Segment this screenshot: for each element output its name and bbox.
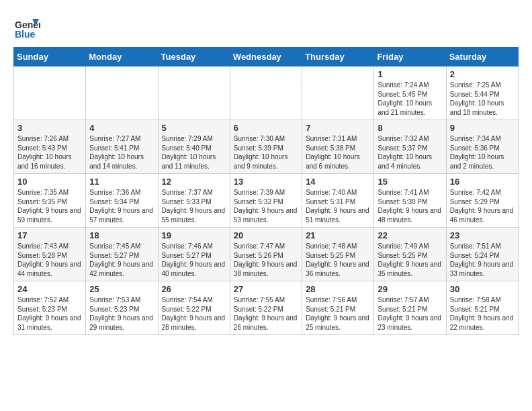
- day-detail: Sunrise: 7:51 AM Sunset: 5:24 PM Dayligh…: [450, 242, 515, 278]
- calendar-cell: 20Sunrise: 7:47 AM Sunset: 5:26 PM Dayli…: [230, 228, 302, 281]
- day-detail: Sunrise: 7:41 AM Sunset: 5:30 PM Dayligh…: [378, 188, 442, 224]
- weekday-header-tuesday: Tuesday: [158, 48, 230, 66]
- weekday-header-friday: Friday: [374, 48, 446, 66]
- day-number: 13: [234, 177, 298, 187]
- day-detail: Sunrise: 7:58 AM Sunset: 5:21 PM Dayligh…: [450, 295, 515, 332]
- day-detail: Sunrise: 7:48 AM Sunset: 5:25 PM Dayligh…: [306, 242, 370, 278]
- day-number: 19: [162, 230, 226, 240]
- svg-text:Blue: Blue: [15, 29, 36, 40]
- calendar-cell: 4Sunrise: 7:27 AM Sunset: 5:41 PM Daylig…: [86, 120, 158, 174]
- calendar-cell: 13Sunrise: 7:39 AM Sunset: 5:32 PM Dayli…: [230, 174, 302, 228]
- calendar-cell: [230, 66, 302, 120]
- day-number: 11: [89, 177, 154, 187]
- logo-icon: General Blue: [13, 13, 40, 40]
- day-detail: Sunrise: 7:54 AM Sunset: 5:22 PM Dayligh…: [162, 295, 226, 332]
- day-number: 10: [17, 177, 82, 187]
- calendar-cell: [86, 66, 158, 120]
- day-detail: Sunrise: 7:43 AM Sunset: 5:28 PM Dayligh…: [17, 242, 82, 278]
- calendar-cell: 5Sunrise: 7:29 AM Sunset: 5:40 PM Daylig…: [158, 120, 230, 174]
- day-detail: Sunrise: 7:47 AM Sunset: 5:26 PM Dayligh…: [234, 242, 298, 278]
- calendar-week-row: 10Sunrise: 7:35 AM Sunset: 5:35 PM Dayli…: [14, 174, 519, 228]
- calendar-cell: 11Sunrise: 7:36 AM Sunset: 5:34 PM Dayli…: [86, 174, 158, 228]
- calendar-cell: 3Sunrise: 7:26 AM Sunset: 5:43 PM Daylig…: [14, 120, 86, 174]
- logo: General Blue: [13, 13, 43, 40]
- day-detail: Sunrise: 7:29 AM Sunset: 5:40 PM Dayligh…: [162, 134, 226, 171]
- weekday-header-monday: Monday: [86, 48, 158, 66]
- calendar-cell: 9Sunrise: 7:34 AM Sunset: 5:36 PM Daylig…: [446, 120, 518, 174]
- calendar-cell: 7Sunrise: 7:31 AM Sunset: 5:38 PM Daylig…: [302, 120, 374, 174]
- calendar-cell: 1Sunrise: 7:24 AM Sunset: 5:45 PM Daylig…: [374, 66, 446, 120]
- calendar-week-row: 3Sunrise: 7:26 AM Sunset: 5:43 PM Daylig…: [14, 120, 519, 174]
- calendar-cell: 29Sunrise: 7:57 AM Sunset: 5:21 PM Dayli…: [374, 281, 446, 335]
- day-number: 12: [162, 177, 226, 187]
- day-detail: Sunrise: 7:53 AM Sunset: 5:23 PM Dayligh…: [89, 295, 154, 332]
- calendar-cell: 8Sunrise: 7:32 AM Sunset: 5:37 PM Daylig…: [374, 120, 446, 174]
- calendar-cell: 25Sunrise: 7:53 AM Sunset: 5:23 PM Dayli…: [86, 281, 158, 335]
- day-number: 28: [306, 284, 370, 294]
- calendar-cell: 22Sunrise: 7:49 AM Sunset: 5:25 PM Dayli…: [374, 228, 446, 281]
- day-detail: Sunrise: 7:25 AM Sunset: 5:44 PM Dayligh…: [450, 81, 515, 117]
- calendar-cell: 14Sunrise: 7:40 AM Sunset: 5:31 PM Dayli…: [302, 174, 374, 228]
- day-number: 2: [450, 69, 515, 79]
- day-detail: Sunrise: 7:49 AM Sunset: 5:25 PM Dayligh…: [378, 242, 442, 278]
- calendar-header-row: SundayMondayTuesdayWednesdayThursdayFrid…: [14, 48, 519, 66]
- day-number: 15: [378, 177, 442, 187]
- day-detail: Sunrise: 7:45 AM Sunset: 5:27 PM Dayligh…: [89, 242, 154, 278]
- calendar-cell: 30Sunrise: 7:58 AM Sunset: 5:21 PM Dayli…: [446, 281, 518, 335]
- day-number: 4: [89, 123, 154, 133]
- day-number: 22: [378, 230, 442, 240]
- calendar-cell: 18Sunrise: 7:45 AM Sunset: 5:27 PM Dayli…: [86, 228, 158, 281]
- day-detail: Sunrise: 7:52 AM Sunset: 5:23 PM Dayligh…: [17, 295, 82, 332]
- calendar-cell: 10Sunrise: 7:35 AM Sunset: 5:35 PM Dayli…: [14, 174, 86, 228]
- calendar-cell: [302, 66, 374, 120]
- day-number: 25: [89, 284, 154, 294]
- day-detail: Sunrise: 7:31 AM Sunset: 5:38 PM Dayligh…: [306, 134, 370, 171]
- day-number: 23: [450, 230, 515, 240]
- day-detail: Sunrise: 7:30 AM Sunset: 5:39 PM Dayligh…: [234, 134, 298, 171]
- weekday-header-wednesday: Wednesday: [230, 48, 302, 66]
- weekday-header-thursday: Thursday: [302, 48, 374, 66]
- calendar-cell: 12Sunrise: 7:37 AM Sunset: 5:33 PM Dayli…: [158, 174, 230, 228]
- day-number: 17: [17, 230, 82, 240]
- day-number: 1: [378, 69, 442, 79]
- day-detail: Sunrise: 7:46 AM Sunset: 5:27 PM Dayligh…: [162, 242, 226, 278]
- day-detail: Sunrise: 7:39 AM Sunset: 5:32 PM Dayligh…: [234, 188, 298, 224]
- day-detail: Sunrise: 7:55 AM Sunset: 5:22 PM Dayligh…: [234, 295, 298, 332]
- day-number: 26: [162, 284, 226, 294]
- day-detail: Sunrise: 7:32 AM Sunset: 5:37 PM Dayligh…: [378, 134, 442, 171]
- day-detail: Sunrise: 7:24 AM Sunset: 5:45 PM Dayligh…: [378, 81, 442, 117]
- weekday-header-saturday: Saturday: [446, 48, 518, 66]
- calendar-week-row: 1Sunrise: 7:24 AM Sunset: 5:45 PM Daylig…: [14, 66, 519, 120]
- calendar-cell: 21Sunrise: 7:48 AM Sunset: 5:25 PM Dayli…: [302, 228, 374, 281]
- calendar-cell: [158, 66, 230, 120]
- calendar-cell: 24Sunrise: 7:52 AM Sunset: 5:23 PM Dayli…: [14, 281, 86, 335]
- day-detail: Sunrise: 7:56 AM Sunset: 5:21 PM Dayligh…: [306, 295, 370, 332]
- calendar-week-row: 24Sunrise: 7:52 AM Sunset: 5:23 PM Dayli…: [14, 281, 519, 335]
- day-number: 21: [306, 230, 370, 240]
- day-detail: Sunrise: 7:42 AM Sunset: 5:29 PM Dayligh…: [450, 188, 515, 224]
- calendar-cell: 2Sunrise: 7:25 AM Sunset: 5:44 PM Daylig…: [446, 66, 518, 120]
- calendar-week-row: 17Sunrise: 7:43 AM Sunset: 5:28 PM Dayli…: [14, 228, 519, 281]
- calendar-cell: 23Sunrise: 7:51 AM Sunset: 5:24 PM Dayli…: [446, 228, 518, 281]
- day-number: 29: [378, 284, 442, 294]
- day-detail: Sunrise: 7:26 AM Sunset: 5:43 PM Dayligh…: [17, 134, 82, 171]
- calendar-table: SundayMondayTuesdayWednesdayThursdayFrid…: [13, 47, 519, 335]
- day-number: 27: [234, 284, 298, 294]
- day-number: 14: [306, 177, 370, 187]
- day-detail: Sunrise: 7:40 AM Sunset: 5:31 PM Dayligh…: [306, 188, 370, 224]
- day-detail: Sunrise: 7:36 AM Sunset: 5:34 PM Dayligh…: [89, 188, 154, 224]
- calendar-cell: 17Sunrise: 7:43 AM Sunset: 5:28 PM Dayli…: [14, 228, 86, 281]
- day-number: 18: [89, 230, 154, 240]
- day-detail: Sunrise: 7:35 AM Sunset: 5:35 PM Dayligh…: [17, 188, 82, 224]
- calendar-cell: 16Sunrise: 7:42 AM Sunset: 5:29 PM Dayli…: [446, 174, 518, 228]
- day-number: 24: [17, 284, 82, 294]
- day-number: 6: [234, 123, 298, 133]
- day-number: 8: [378, 123, 442, 133]
- day-number: 20: [234, 230, 298, 240]
- calendar-cell: 26Sunrise: 7:54 AM Sunset: 5:22 PM Dayli…: [158, 281, 230, 335]
- page-header: General Blue: [13, 13, 519, 40]
- calendar-cell: 27Sunrise: 7:55 AM Sunset: 5:22 PM Dayli…: [230, 281, 302, 335]
- day-detail: Sunrise: 7:57 AM Sunset: 5:21 PM Dayligh…: [378, 295, 442, 332]
- day-number: 30: [450, 284, 515, 294]
- calendar-cell: 15Sunrise: 7:41 AM Sunset: 5:30 PM Dayli…: [374, 174, 446, 228]
